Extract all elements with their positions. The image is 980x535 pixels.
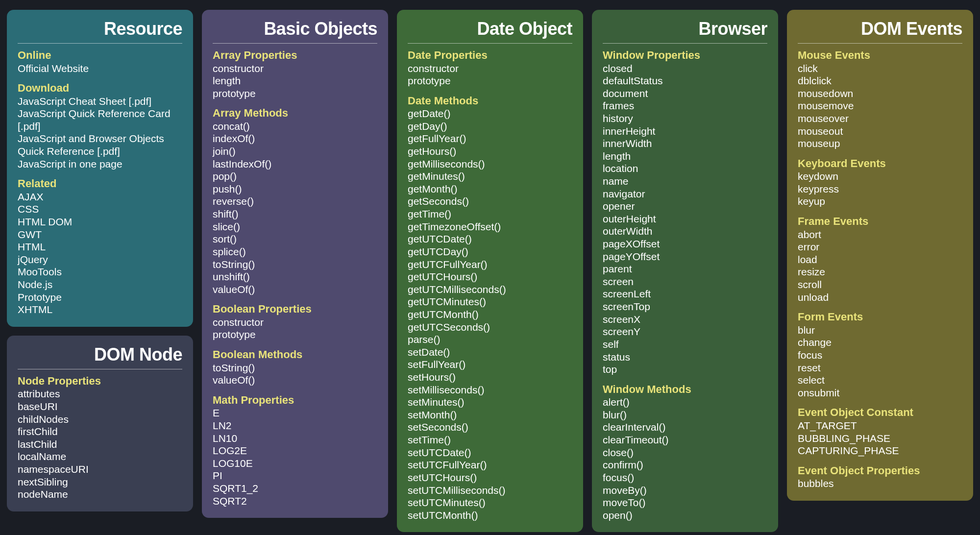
column-3: BrowserWindow PropertiescloseddefaultSta… xyxy=(592,10,778,532)
list-link[interactable]: HTML xyxy=(18,241,182,253)
card-date-object: Date ObjectDate Propertiesconstructorpro… xyxy=(397,10,583,532)
section-heading: Event Object Constant xyxy=(798,406,962,419)
list-link[interactable]: jQuery xyxy=(18,253,182,266)
list-item: error xyxy=(798,241,962,253)
list-item: firstChild xyxy=(18,425,182,438)
list-item: mousemove xyxy=(798,99,962,112)
list-item: getFullYear() xyxy=(408,132,572,145)
list-link[interactable]: JavaScript in one page xyxy=(18,158,182,170)
list-item: setHours() xyxy=(408,371,572,384)
list-item: getUTCSeconds() xyxy=(408,321,572,334)
list-item: parent xyxy=(603,263,767,275)
list-item: screenTop xyxy=(603,300,767,313)
list-item: dblclick xyxy=(798,74,962,87)
list-item: outerHeight xyxy=(603,213,767,225)
list-item: closed xyxy=(603,62,767,75)
list-item: alert() xyxy=(603,396,767,409)
list-link[interactable]: Node.js xyxy=(18,278,182,291)
list-link[interactable]: HTML DOM xyxy=(18,216,182,228)
card-title: DOM Node xyxy=(18,344,182,369)
list-item: close() xyxy=(603,446,767,459)
list-link[interactable]: MooTools xyxy=(18,266,182,278)
list-link[interactable]: AJAX xyxy=(18,191,182,203)
list-item: concat() xyxy=(213,120,377,133)
list-item: navigator xyxy=(603,188,767,200)
list-link[interactable]: XHTML xyxy=(18,303,182,316)
list-link[interactable]: GWT xyxy=(18,228,182,241)
list-item: mouseover xyxy=(798,112,962,125)
list-item: shift() xyxy=(213,208,377,220)
section-heading: Online xyxy=(18,49,182,62)
list-link[interactable]: CSS xyxy=(18,203,182,216)
section-heading: Mouse Events xyxy=(798,49,962,62)
card-title: DOM Events xyxy=(798,19,962,44)
list-item: setMilliseconds() xyxy=(408,384,572,396)
list-item: getUTCMilliseconds() xyxy=(408,283,572,296)
section-heading: Array Methods xyxy=(213,106,377,120)
list-item: SQRT2 xyxy=(213,495,377,508)
list-item: screenY xyxy=(603,325,767,338)
list-item: setFullYear() xyxy=(408,358,572,371)
list-item: screenLeft xyxy=(603,288,767,300)
list-item: valueOf() xyxy=(213,374,377,387)
cheatsheet-grid: ResourceOnlineOfficial WebsiteDownloadJa… xyxy=(7,10,973,532)
list-item: namespaceURI xyxy=(18,463,182,476)
list-link[interactable]: JavaScript Cheat Sheet [.pdf] xyxy=(18,95,182,108)
list-item: lastIndexOf() xyxy=(213,158,377,170)
section-heading: Window Methods xyxy=(603,383,767,396)
list-item: innerHeight xyxy=(603,125,767,138)
card-title: Resource xyxy=(18,19,182,44)
list-item: length xyxy=(213,74,377,87)
section-heading: Array Properties xyxy=(213,49,377,62)
list-item: blur xyxy=(798,324,962,337)
list-item: history xyxy=(603,112,767,125)
list-item: push() xyxy=(213,183,377,195)
list-item: location xyxy=(603,162,767,175)
list-item: defaultStatus xyxy=(603,74,767,87)
list-item: prototype xyxy=(213,87,377,100)
card-title: Date Object xyxy=(408,19,572,44)
section-heading: Window Properties xyxy=(603,49,767,62)
list-item: keyup xyxy=(798,195,962,208)
list-item: getTimezoneOffset() xyxy=(408,220,572,233)
list-link[interactable]: Official Website xyxy=(18,62,182,75)
section-heading: Date Methods xyxy=(408,94,572,108)
list-link[interactable]: JavaScript and Browser Objects Quick Ref… xyxy=(18,132,182,157)
list-item: baseURI xyxy=(18,400,182,413)
list-item: valueOf() xyxy=(213,283,377,296)
list-item: lastChild xyxy=(18,438,182,451)
list-item: change xyxy=(798,336,962,349)
column-4: DOM EventsMouse Eventsclickdblclickmouse… xyxy=(787,10,973,501)
list-item: getUTCHours() xyxy=(408,270,572,283)
list-item: SQRT1_2 xyxy=(213,482,377,495)
list-item: unload xyxy=(798,291,962,304)
list-item: prototype xyxy=(213,328,377,341)
list-link[interactable]: JavaScript Quick Reference Card [.pdf] xyxy=(18,107,182,132)
list-item: pop() xyxy=(213,170,377,183)
list-item: setTime() xyxy=(408,434,572,446)
list-item: constructor xyxy=(408,62,572,75)
list-item: keypress xyxy=(798,183,962,195)
list-item: bubbles xyxy=(798,477,962,490)
list-item: LOG10E xyxy=(213,457,377,470)
card-browser: BrowserWindow PropertiescloseddefaultSta… xyxy=(592,10,778,532)
list-item: setDate() xyxy=(408,346,572,359)
list-item: document xyxy=(603,87,767,100)
list-link[interactable]: Prototype xyxy=(18,291,182,304)
list-item: setUTCMinutes() xyxy=(408,496,572,509)
list-item: abort xyxy=(798,228,962,241)
list-item: sort() xyxy=(213,233,377,245)
list-item: localName xyxy=(18,450,182,463)
list-item: focus() xyxy=(603,471,767,484)
list-item: outerWidth xyxy=(603,225,767,238)
list-item: pageYOffset xyxy=(603,250,767,263)
list-item: clearTimeout() xyxy=(603,434,767,446)
list-item: load xyxy=(798,253,962,266)
list-item: clearInterval() xyxy=(603,421,767,434)
column-0: ResourceOnlineOfficial WebsiteDownloadJa… xyxy=(7,10,193,511)
list-item: getDay() xyxy=(408,120,572,133)
list-item: self xyxy=(603,338,767,351)
list-item: getMilliseconds() xyxy=(408,158,572,170)
list-item: screen xyxy=(603,275,767,288)
column-2: Date ObjectDate Propertiesconstructorpro… xyxy=(397,10,583,532)
